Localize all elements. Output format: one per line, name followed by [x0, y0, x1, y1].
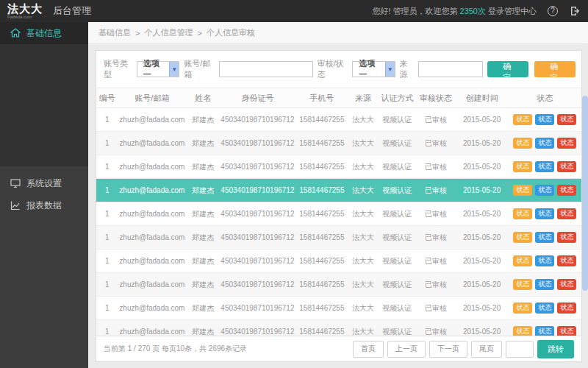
- cell-created: 2015-05-20: [455, 250, 509, 273]
- account-input[interactable]: [219, 61, 313, 77]
- row-status-button[interactable]: 状态: [557, 185, 576, 196]
- pagination-summary: 当前第 1 / 270 页 每页10条，共 2696条记录: [104, 344, 247, 354]
- row-status-button[interactable]: 状态: [513, 185, 532, 196]
- row-status-button[interactable]: 状态: [557, 279, 576, 290]
- row-status-button[interactable]: 状态: [535, 208, 554, 219]
- cell-account: zhuzh@fadada.com: [118, 250, 186, 273]
- cell-id_card: 450340198710196712: [220, 155, 295, 179]
- column-header: 手机号: [295, 88, 349, 108]
- jump-button[interactable]: 跳转: [537, 340, 574, 358]
- sidebar-item-label: 系统设置: [26, 177, 62, 190]
- table-row[interactable]: 1zhuzh@fadada.com郑建杰45034019871019671215…: [96, 297, 581, 320]
- cell-phone: 15814467255: [295, 250, 349, 273]
- row-status-button[interactable]: 状态: [535, 138, 554, 149]
- logo: 法大大 Fadada.com 后台管理: [7, 3, 91, 19]
- cell-actions: 状态状态状态: [509, 155, 581, 179]
- row-status-button[interactable]: 状态: [535, 279, 554, 290]
- first-page-button[interactable]: 首页: [353, 341, 384, 358]
- breadcrumb-item[interactable]: 个人信息管理: [144, 27, 193, 38]
- table-row[interactable]: 1zhuzh@fadada.com郑建杰45034019871019671215…: [96, 179, 581, 202]
- cell-created: 2015-05-20: [455, 108, 509, 132]
- row-status-button[interactable]: 状态: [557, 232, 576, 243]
- cell-phone: 15814467255: [295, 202, 349, 226]
- cell-phone: 15814467255: [295, 132, 349, 155]
- row-status-button[interactable]: 状态: [557, 138, 576, 149]
- table-row[interactable]: 1zhuzh@fadada.com郑建杰45034019871019671215…: [96, 273, 581, 297]
- cell-actions: 状态状态状态: [509, 297, 581, 320]
- row-status-button[interactable]: 状态: [557, 255, 576, 266]
- cell-account: zhuzh@fadada.com: [118, 320, 186, 336]
- sidebar-item-report-data[interactable]: 报表数据: [0, 194, 88, 216]
- table-row[interactable]: 1zhuzh@fadada.com郑建杰45034019871019671215…: [96, 202, 581, 226]
- account-type-select[interactable]: 选项一 ▼: [137, 61, 179, 77]
- cell-source: 法大大: [348, 108, 378, 132]
- review-status-label: 审核/状态: [318, 58, 348, 80]
- greeting-text: 您好! 管理员，欢迎您第2350次登录管理中心: [372, 6, 537, 17]
- table-row[interactable]: 1zhuzh@fadada.com郑建杰45034019871019671215…: [96, 250, 581, 273]
- scrollbar-thumb[interactable]: [582, 96, 588, 291]
- cell-auth: 视频认证: [378, 250, 417, 273]
- row-status-button[interactable]: 状态: [557, 114, 576, 125]
- row-status-button[interactable]: 状态: [513, 232, 532, 243]
- pagination-bar: 当前第 1 / 270 页 每页10条，共 2696条记录 首页 上一页 下一页…: [96, 336, 581, 361]
- row-status-button[interactable]: 状态: [535, 326, 554, 336]
- cell-source: 法大大: [348, 202, 378, 226]
- row-status-button[interactable]: 状态: [513, 161, 532, 172]
- cell-no: 1: [96, 250, 118, 273]
- logout-icon[interactable]: [569, 5, 581, 17]
- last-page-button[interactable]: 尾页: [471, 341, 502, 358]
- row-status-button[interactable]: 状态: [535, 185, 554, 196]
- cell-account: zhuzh@fadada.com: [118, 108, 186, 132]
- row-status-button[interactable]: 状态: [513, 255, 532, 266]
- column-header: 认证方式: [378, 88, 417, 108]
- row-status-button[interactable]: 状态: [535, 232, 554, 243]
- cell-phone: 15814467255: [295, 297, 349, 320]
- row-status-button[interactable]: 状态: [535, 255, 554, 266]
- sidebar-item-basic-info[interactable]: 基础信息: [0, 22, 88, 44]
- question-circle-icon[interactable]: ?: [547, 5, 559, 17]
- cell-no: 1: [96, 320, 118, 336]
- login-count: 2350次: [460, 7, 486, 15]
- next-page-button[interactable]: 下一页: [429, 341, 467, 358]
- cell-created: 2015-05-20: [455, 155, 509, 179]
- table-row[interactable]: 1zhuzh@fadada.com郑建杰45034019871019671215…: [96, 155, 581, 179]
- row-status-button[interactable]: 状态: [513, 302, 532, 314]
- row-status-button[interactable]: 状态: [535, 161, 554, 172]
- row-status-button[interactable]: 状态: [557, 302, 576, 314]
- confirm-button[interactable]: 确 定: [487, 61, 528, 77]
- table-row[interactable]: 1zhuzh@fadada.com郑建杰45034019871019671215…: [96, 320, 581, 336]
- breadcrumb-item[interactable]: 个人信息审核: [207, 27, 255, 38]
- source-label: 来源: [400, 58, 414, 80]
- row-status-button[interactable]: 状态: [513, 279, 532, 290]
- row-status-button[interactable]: 状态: [557, 208, 576, 219]
- row-status-button[interactable]: 状态: [513, 326, 532, 336]
- row-status-button[interactable]: 状态: [513, 208, 532, 219]
- cell-source: 法大大: [348, 132, 378, 155]
- jump-page-input[interactable]: [506, 341, 534, 358]
- breadcrumb-separator: >: [135, 29, 140, 38]
- sidebar-item-system-settings[interactable]: 系统设置: [0, 172, 88, 194]
- monitor-icon: [10, 178, 21, 188]
- cell-review: 已审核: [417, 132, 456, 155]
- cell-account: zhuzh@fadada.com: [118, 202, 186, 226]
- row-status-button[interactable]: 状态: [513, 114, 532, 125]
- table-row[interactable]: 1zhuzh@fadada.com郑建杰45034019871019671215…: [96, 226, 581, 250]
- table-row[interactable]: 1zhuzh@fadada.com郑建杰45034019871019671215…: [96, 108, 581, 132]
- row-status-button[interactable]: 状态: [557, 161, 576, 172]
- reset-button[interactable]: 确 定: [534, 61, 576, 77]
- prev-page-button[interactable]: 上一页: [387, 341, 426, 358]
- review-status-select[interactable]: 选项一 ▼: [352, 61, 395, 77]
- cell-id_card: 450340198710196712: [220, 108, 295, 132]
- row-status-button[interactable]: 状态: [513, 138, 532, 149]
- table-row[interactable]: 1zhuzh@fadada.com郑建杰45034019871019671215…: [96, 132, 581, 155]
- row-status-button[interactable]: 状态: [535, 114, 554, 125]
- cell-id_card: 450340198710196712: [220, 250, 295, 273]
- cell-actions: 状态状态状态: [509, 132, 581, 155]
- breadcrumb-item[interactable]: 基础信息: [98, 27, 131, 38]
- column-header: 身份证号: [220, 88, 295, 108]
- row-status-button[interactable]: 状态: [557, 326, 576, 336]
- row-status-button[interactable]: 状态: [535, 302, 554, 314]
- cell-actions: 状态状态状态: [509, 273, 581, 297]
- source-input[interactable]: [418, 61, 483, 77]
- cell-source: 法大大: [348, 226, 378, 250]
